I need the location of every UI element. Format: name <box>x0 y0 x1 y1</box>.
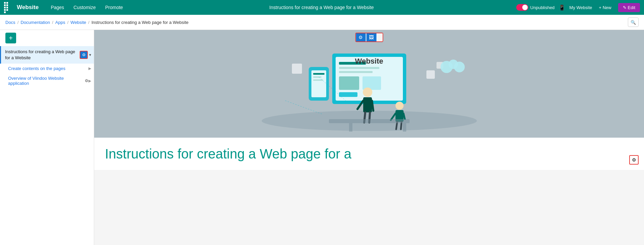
menu-promote[interactable]: Promote <box>101 3 127 12</box>
breadcrumb-current: Instructions for creating a Web page for… <box>91 20 189 25</box>
mobile-preview-icon[interactable]: 📱 <box>559 4 565 11</box>
menu-pages[interactable]: Pages <box>47 3 68 12</box>
breadcrumb-docs[interactable]: Docs <box>5 20 15 25</box>
content-below: Instructions for creating a Web page for… <box>94 138 644 170</box>
svg-point-21 <box>395 102 404 110</box>
breadcrumb-sep-1: / <box>17 20 19 25</box>
breadcrumb-sep-2: / <box>52 20 53 25</box>
sidebar: + Instructions for creating a Web page f… <box>0 30 94 245</box>
svg-rect-8 <box>363 76 381 90</box>
sidebar-sub-item-create-label: Create contents on the pages <box>8 66 66 71</box>
add-section-button[interactable]: + <box>5 33 16 43</box>
svg-rect-35 <box>329 119 410 123</box>
navbar: Website Pages Customize Promote Instruct… <box>0 0 644 15</box>
svg-rect-27 <box>292 64 302 74</box>
hero-title: Website <box>355 57 383 66</box>
hero-settings-button[interactable]: ⚙ <box>356 33 366 41</box>
content-settings-button[interactable]: ⚙ <box>629 155 639 165</box>
sidebar-sub-arrow-create: ▶ <box>88 66 91 71</box>
main-content: + Instructions for creating a Web page f… <box>0 30 644 245</box>
svg-rect-12 <box>313 73 325 75</box>
svg-line-18 <box>372 101 373 111</box>
brand-name[interactable]: Website <box>17 4 39 11</box>
sidebar-gear-button[interactable]: ⚙ <box>80 51 88 59</box>
svg-rect-37 <box>403 123 406 132</box>
svg-rect-28 <box>426 70 435 79</box>
breadcrumb-sep-4: / <box>88 20 89 25</box>
svg-rect-9 <box>339 92 357 97</box>
unpublished-label: Unpublished <box>530 5 555 10</box>
menu-customize[interactable]: Customize <box>70 3 100 12</box>
sidebar-sub-gear-icon[interactable]: ⚙ <box>85 78 88 83</box>
hero-illustration <box>218 33 521 134</box>
content-heading: Instructions for creating a Web page for… <box>105 146 633 162</box>
svg-rect-13 <box>313 76 321 78</box>
sidebar-sub-item-overview[interactable]: Overview of Viindoo Website application … <box>0 73 94 88</box>
my-website-button[interactable]: My Website <box>569 5 592 10</box>
svg-point-15 <box>363 88 372 97</box>
publish-toggle-container: Unpublished <box>516 4 555 11</box>
svg-rect-7 <box>339 76 359 90</box>
breadcrumb: Docs / Documentation / Apps / Website / … <box>0 15 644 30</box>
breadcrumb-sep-3: / <box>67 20 69 25</box>
svg-rect-5 <box>339 67 379 69</box>
content-area: ⚙ 🖼 <box>94 30 644 245</box>
hero-blank-button[interactable] <box>377 33 382 41</box>
new-button[interactable]: + New <box>596 4 614 11</box>
breadcrumb-apps[interactable]: Apps <box>55 20 65 25</box>
breadcrumb-search[interactable]: 🔍 <box>628 18 639 27</box>
navbar-menu: Pages Customize Promote <box>47 3 127 12</box>
navbar-right: Unpublished 📱 My Website + New ✎ Edit <box>516 3 640 12</box>
publish-toggle[interactable] <box>516 4 528 11</box>
hero-image-button[interactable]: 🖼 <box>366 33 376 41</box>
svg-rect-36 <box>349 123 352 132</box>
sidebar-selected-item-label: Instructions for creating a Web page for… <box>5 49 80 61</box>
svg-rect-16 <box>363 97 372 112</box>
svg-point-32 <box>454 62 465 72</box>
hero-section: ⚙ 🖼 <box>94 30 644 138</box>
sidebar-sub-arrow-overview: ▶ <box>88 79 91 83</box>
sidebar-selected-item[interactable]: Instructions for creating a Web page for… <box>0 46 94 64</box>
sidebar-sub-item-overview-label: Overview of Viindoo Website application <box>8 76 83 86</box>
sidebar-chevron-icon[interactable]: ▾ <box>89 53 91 57</box>
sidebar-sub-item-create[interactable]: Create contents on the pages ▶ <box>0 64 94 73</box>
hero-overlay-buttons: ⚙ 🖼 <box>355 33 383 42</box>
svg-rect-6 <box>339 71 373 73</box>
sidebar-item-controls: ⚙ ▾ <box>80 51 91 59</box>
navbar-center-title: Instructions for creating a Web page for… <box>269 5 374 10</box>
breadcrumb-documentation[interactable]: Documentation <box>21 20 50 25</box>
grid-icon[interactable] <box>4 2 10 13</box>
breadcrumb-website[interactable]: Website <box>71 20 86 25</box>
edit-button[interactable]: ✎ Edit <box>618 3 640 12</box>
